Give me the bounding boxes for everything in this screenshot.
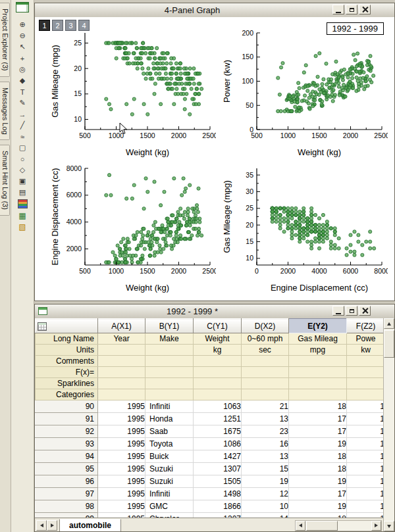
header-cell[interactable]: Weight <box>194 333 242 345</box>
table-cell[interactable]: Saab <box>145 425 194 438</box>
table-cell[interactable]: 13 <box>242 413 289 425</box>
curve-icon[interactable]: ≈ <box>15 131 30 142</box>
column-header-b-y1[interactable]: B(Y1) <box>145 319 194 333</box>
header-cell[interactable] <box>289 356 347 367</box>
table-cell[interactable]: 1 <box>347 475 384 488</box>
header-cell[interactable] <box>194 378 242 389</box>
header-cell[interactable]: Make <box>145 333 194 345</box>
palette-icon[interactable] <box>18 199 28 208</box>
header-cell[interactable] <box>145 378 194 389</box>
header-cell[interactable]: sec <box>242 345 289 356</box>
data-reader-icon[interactable]: ◎ <box>15 64 30 75</box>
header-cell[interactable]: mpg <box>289 345 347 356</box>
table-cell[interactable]: 10 <box>242 500 289 513</box>
draw-icon[interactable]: ✎ <box>15 97 30 109</box>
table-cell[interactable]: Buick <box>145 450 194 463</box>
zoom-in-icon[interactable]: ⊕ <box>15 19 30 30</box>
header-cell[interactable] <box>347 367 384 378</box>
table-cell[interactable]: 1063 <box>194 400 242 413</box>
header-cell[interactable] <box>242 367 289 378</box>
table-cell[interactable]: Honda <box>145 413 194 425</box>
minimize-button[interactable] <box>332 306 344 316</box>
column-header-c-y1[interactable]: C(Y1) <box>194 319 242 333</box>
vertical-scroll-thumb[interactable] <box>384 330 394 358</box>
table-cell[interactable]: 19 <box>242 475 289 488</box>
vertical-scrollbar[interactable] <box>383 318 394 531</box>
line-icon[interactable]: ╱ <box>15 120 30 131</box>
row-header-90[interactable]: 90 <box>36 400 98 413</box>
table-cell[interactable]: 19 <box>289 475 347 488</box>
table-cell[interactable]: 19 <box>289 500 347 513</box>
header-cell[interactable] <box>289 367 347 378</box>
header-cell[interactable] <box>347 378 384 389</box>
row-header-f-x[interactable]: F(x)= <box>36 367 98 378</box>
table-cell[interactable]: GMC <box>145 500 194 513</box>
text-icon[interactable]: T <box>15 86 30 97</box>
row-header-93[interactable]: 93 <box>36 438 98 450</box>
table-cell[interactable]: 21 <box>242 400 289 413</box>
screen-reader-icon[interactable]: + <box>15 53 30 64</box>
horizontal-scroll-track[interactable] <box>305 521 371 531</box>
table-cell[interactable]: 1866 <box>194 500 242 513</box>
table-cell[interactable]: 1086 <box>194 438 242 450</box>
table-cell[interactable]: 17 <box>289 425 347 438</box>
header-cell[interactable] <box>289 389 347 400</box>
column-header-e-y2[interactable]: E(Y2) <box>289 319 347 333</box>
header-cell[interactable] <box>98 367 145 378</box>
header-cell[interactable] <box>98 356 145 367</box>
header-cell[interactable] <box>242 356 289 367</box>
scroll-left-button[interactable] <box>296 521 305 531</box>
header-cell[interactable] <box>145 389 194 400</box>
row-header-96[interactable]: 96 <box>36 475 98 488</box>
horizontal-scrollbar[interactable] <box>295 520 382 531</box>
table-cell[interactable]: 17 <box>289 413 347 425</box>
table-cell[interactable]: 1995 <box>98 438 145 450</box>
table-cell[interactable]: 1251 <box>194 413 242 425</box>
table-cell[interactable]: 17 <box>289 488 347 500</box>
close-button[interactable] <box>359 5 371 14</box>
table-cell[interactable]: 1307 <box>194 463 242 475</box>
header-cell[interactable] <box>145 367 194 378</box>
header-cell[interactable]: kg <box>194 345 242 356</box>
dock-tab-messages-log[interactable]: Messages Log <box>0 82 10 141</box>
row-header-97[interactable]: 97 <box>36 488 98 500</box>
table-cell[interactable]: 1995 <box>98 488 145 500</box>
header-cell[interactable] <box>98 345 145 356</box>
column-header-f-z2[interactable]: F(Z2) <box>347 319 384 333</box>
table-cell[interactable]: Toyota <box>145 438 194 450</box>
sheet-tab-automobile[interactable]: automobile <box>59 519 121 532</box>
scroll-up-button[interactable] <box>384 318 394 329</box>
row-header-long-name[interactable]: Long Name <box>36 333 98 345</box>
table-cell[interactable]: 13 <box>242 450 289 463</box>
table-cell[interactable]: 1995 <box>98 475 145 488</box>
table-cell[interactable]: 18 <box>289 463 347 475</box>
header-cell[interactable]: Powe <box>347 333 384 345</box>
table-cell[interactable]: Chrysler <box>145 513 194 518</box>
graph-window-titlebar[interactable]: 4-Panel Graph <box>35 3 394 18</box>
table-cell[interactable]: 1995 <box>98 400 145 413</box>
row-header-units[interactable]: Units <box>36 345 98 356</box>
row-header-92[interactable]: 92 <box>36 425 98 438</box>
table-cell[interactable]: Suzuki <box>145 475 194 488</box>
header-cell[interactable] <box>289 378 347 389</box>
table-cell[interactable]: 1995 <box>98 413 145 425</box>
layer-button-1[interactable]: 1 <box>39 20 50 31</box>
table-cell[interactable]: 1 <box>347 513 384 518</box>
header-cell[interactable]: kw <box>347 345 384 356</box>
table-cell[interactable]: Infiniti <box>145 400 194 413</box>
table-cell[interactable]: 1995 <box>98 513 145 518</box>
header-cell[interactable] <box>145 356 194 367</box>
table-cell[interactable]: 1505 <box>194 475 242 488</box>
header-cell[interactable] <box>194 367 242 378</box>
header-cell[interactable]: Gas Mileag <box>289 333 347 345</box>
column-header-d-x2[interactable]: D(X2) <box>242 319 289 333</box>
table-cell[interactable]: 19 <box>289 438 347 450</box>
table-cell[interactable]: 16 <box>242 438 289 450</box>
matrix-icon[interactable]: ▤ <box>15 187 30 198</box>
table-cell[interactable]: 1498 <box>194 488 242 500</box>
layout-icon[interactable]: ▧ <box>15 221 30 232</box>
row-header-94[interactable]: 94 <box>36 450 98 463</box>
table-cell[interactable]: 1307 <box>194 513 242 518</box>
graph-gallery-icon[interactable]: ▦ <box>15 210 30 221</box>
table-cell[interactable]: Suzuki <box>145 463 194 475</box>
